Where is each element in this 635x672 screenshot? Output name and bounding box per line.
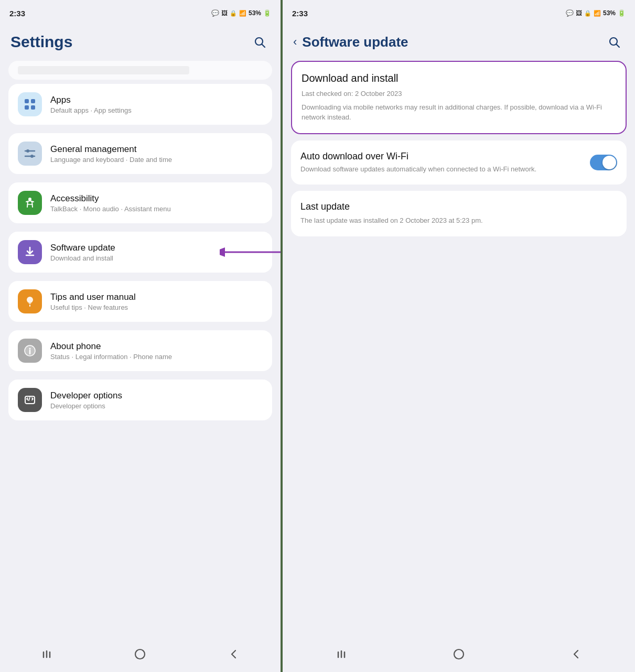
svg-line-18 (29, 397, 30, 400)
settings-card-about: About phone Status · Legal information ·… (8, 330, 272, 371)
settings-item-about[interactable]: About phone Status · Legal information ·… (8, 330, 272, 371)
settings-card-developer: Developer options Developer options (8, 380, 272, 420)
search-icon-left (253, 36, 266, 48)
search-icon-right (608, 36, 620, 48)
svg-rect-5 (31, 105, 35, 110)
settings-item-tips[interactable]: Tips and user manual Useful tips · New f… (8, 281, 272, 322)
accessibility-icon-bg (18, 191, 42, 215)
search-button-left[interactable] (249, 31, 270, 52)
status-icons-right: 💬 🖼 🔒 📶 53% 🔋 (566, 9, 626, 17)
last-update-desc: The last update was installed on 2 Octob… (300, 215, 617, 226)
settings-list: Apps Default apps · App settings Gener (0, 84, 281, 641)
apps-text: Apps Default apps · App settings (50, 95, 263, 114)
lock-icon: 🔒 (230, 10, 237, 17)
time-right: 2:33 (292, 9, 308, 18)
settings-item-accessibility[interactable]: Accessibility TalkBack · Mono audio · As… (8, 182, 272, 223)
search-button-right[interactable] (604, 31, 625, 52)
auto-download-toggle[interactable] (590, 155, 617, 170)
back-icon-right (570, 648, 583, 660)
download-warning: Downloading via mobile networks may resu… (302, 102, 616, 123)
about-subtitle: Status · Legal information · Phone name (50, 353, 263, 361)
settings-card-apps: Apps Default apps · App settings (8, 84, 272, 125)
settings-card-general: General management Language and keyboard… (8, 133, 272, 174)
status-bar-right: 2:33 💬 🖼 🔒 📶 53% 🔋 (283, 0, 635, 26)
time-left: 2:33 (9, 9, 25, 18)
partial-item (8, 61, 272, 80)
about-title: About phone (50, 341, 263, 352)
general-subtitle: Language and keyboard · Date and time (50, 156, 263, 164)
svg-point-7 (26, 149, 29, 153)
svg-line-1 (262, 45, 265, 48)
chat-icon: 💬 (211, 9, 219, 17)
back-button-nav-right[interactable] (563, 644, 589, 665)
settings-card-accessibility: Accessibility TalkBack · Mono audio · As… (8, 182, 272, 223)
wifi-icon-right: 📶 (594, 10, 601, 17)
home-button-left[interactable] (127, 644, 153, 665)
left-panel: 2:33 💬 🖼 🔒 📶 53% 🔋 Settings (0, 0, 281, 672)
back-icon-left (228, 648, 240, 660)
recent-apps-button-right[interactable] (328, 644, 354, 665)
image-icon: 🖼 (221, 9, 228, 17)
nav-bar-left (0, 641, 281, 672)
tips-subtitle: Useful tips · New features (50, 304, 263, 311)
auto-download-desc: Download software updates automatically … (300, 164, 582, 175)
about-icon-bg (18, 339, 42, 363)
apps-icon (23, 97, 37, 112)
tips-text: Tips and user manual Useful tips · New f… (50, 292, 263, 311)
svg-point-9 (30, 155, 34, 158)
general-icon-bg (18, 142, 42, 166)
arrow-annotation (220, 239, 281, 265)
developer-text: Developer options Developer options (50, 391, 263, 410)
last-update-title: Last update (300, 201, 617, 212)
wifi-icon: 📶 (239, 10, 246, 17)
home-button-right[interactable] (446, 644, 472, 665)
battery-right: 53% (603, 9, 616, 17)
back-button-left[interactable] (221, 644, 247, 665)
sliders-icon (23, 147, 37, 160)
battery-left: 53% (249, 9, 261, 17)
svg-rect-2 (25, 99, 29, 103)
nav-bar-right (283, 641, 635, 672)
recent-apps-icon-left (40, 648, 53, 660)
svg-point-22 (135, 649, 145, 659)
settings-card-tips: Tips and user manual Useful tips · New f… (8, 281, 272, 322)
svg-rect-4 (25, 105, 29, 110)
tips-icon (23, 295, 37, 308)
accessibility-icon (23, 196, 37, 210)
battery-icon-left: 🔋 (263, 9, 271, 17)
apps-title: Apps (50, 95, 263, 105)
download-last-checked: Last checked on: 2 October 2023 (302, 89, 616, 99)
partial-item-area (0, 61, 281, 80)
back-button-right[interactable]: ‹ (293, 35, 297, 49)
settings-item-developer[interactable]: Developer options Developer options (8, 380, 272, 420)
right-title-container: ‹ Software update (293, 34, 408, 50)
recent-apps-button-left[interactable] (34, 644, 60, 665)
settings-item-apps[interactable]: Apps Default apps · App settings (8, 84, 272, 125)
settings-title: Settings (10, 33, 72, 51)
general-text: General management Language and keyboard… (50, 144, 263, 164)
software-update-icon-bg (18, 240, 42, 264)
right-panel: 2:33 💬 🖼 🔒 📶 53% 🔋 ‹ Software update Dow… (281, 0, 635, 672)
settings-item-general[interactable]: General management Language and keyboard… (8, 133, 272, 174)
software-update-header: ‹ Software update (283, 26, 635, 61)
chat-icon-right: 💬 (566, 9, 574, 17)
right-content: Download and install Last checked on: 2 … (283, 61, 635, 641)
developer-icon-bg (18, 388, 42, 412)
auto-download-text: Auto download over Wi-Fi Download softwa… (300, 151, 582, 175)
info-icon (23, 344, 37, 357)
lock-icon-right: 🔒 (584, 10, 591, 17)
about-text: About phone Status · Legal information ·… (50, 341, 263, 361)
software-update-wrapper: Software update Download and install (8, 232, 272, 273)
download-install-card[interactable]: Download and install Last checked on: 2 … (291, 61, 627, 134)
accessibility-title: Accessibility (50, 193, 263, 204)
home-icon-right (453, 648, 465, 660)
developer-subtitle: Developer options (50, 402, 263, 410)
svg-point-28 (454, 649, 464, 659)
status-icons-left: 💬 🖼 🔒 📶 53% 🔋 (211, 9, 271, 17)
svg-line-24 (617, 45, 620, 48)
developer-icon (23, 393, 37, 407)
recent-apps-icon-right (335, 648, 348, 660)
apps-icon-bg (18, 92, 42, 116)
tips-icon-bg (18, 289, 42, 313)
image-icon-right: 🖼 (576, 9, 582, 17)
